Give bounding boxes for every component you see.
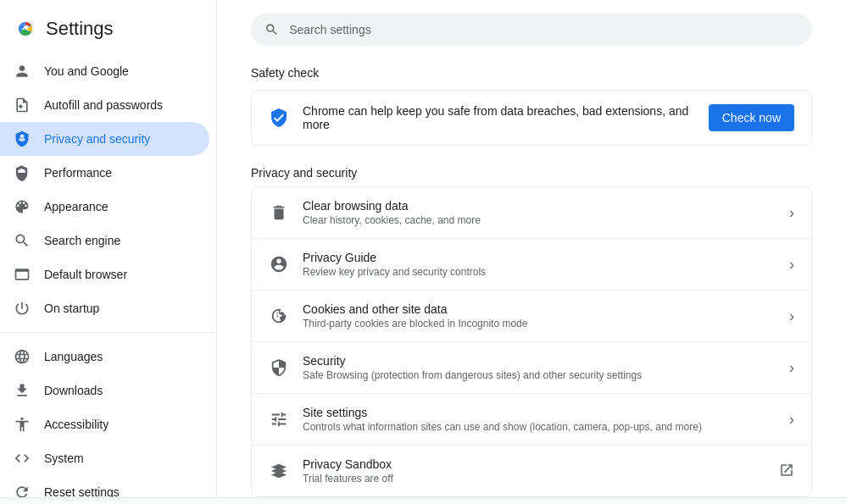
sidebar-item-default-browser[interactable]: Default browser [0, 258, 209, 291]
sidebar-item-label: Accessibility [44, 418, 109, 431]
sidebar-item-downloads[interactable]: Downloads [0, 374, 209, 407]
sidebar-item-performance[interactable]: Performance [0, 156, 209, 190]
chevron-right-icon: › [789, 204, 794, 222]
main-content: Safety check Chrome can help keep you sa… [217, 0, 846, 497]
sidebar-item-label: You and Google [44, 64, 129, 78]
site-settings-title: Site settings [303, 406, 776, 419]
sidebar-item-accessibility[interactable]: Accessibility [0, 407, 209, 441]
globe-icon [14, 348, 31, 365]
sidebar-item-reset[interactable]: Reset settings [0, 475, 209, 497]
chevron-right-icon: › [789, 256, 794, 274]
cookies-title: Cookies and other site data [303, 302, 776, 316]
cookies-item[interactable]: Cookies and other site data Third-party … [252, 291, 811, 342]
check-now-button[interactable]: Check now [709, 104, 794, 131]
privacy-guide-item[interactable]: Privacy Guide Review key privacy and sec… [252, 239, 811, 291]
site-settings-item[interactable]: Site settings Controls what information … [252, 394, 811, 446]
app-title: Settings [46, 18, 114, 40]
sidebar-item-system[interactable]: System [0, 441, 209, 475]
safety-shield-icon [269, 108, 289, 128]
privacy-guide-icon [269, 254, 289, 274]
sidebar-item-label: System [44, 451, 84, 465]
accessibility-icon [14, 416, 31, 433]
privacy-settings-card: Clear browsing data Clear history, cooki… [251, 186, 812, 497]
sidebar-header: Settings [0, 7, 216, 54]
search-bar[interactable] [251, 14, 812, 46]
cookies-text: Cookies and other site data Third-party … [303, 302, 776, 330]
sidebar-item-label: Reset settings [44, 485, 120, 497]
privacy-guide-title: Privacy Guide [303, 251, 776, 264]
system-icon [14, 450, 31, 467]
sidebar-item-on-startup[interactable]: On startup [0, 291, 209, 325]
chevron-right-icon: › [789, 411, 794, 429]
privacy-section-heading: Privacy and security [251, 166, 812, 180]
sidebar-item-label: Privacy and security [44, 132, 150, 146]
chevron-right-icon: › [789, 307, 794, 325]
footer-bar [0, 497, 846, 504]
sidebar-item-autofill[interactable]: Autofill and passwords [0, 88, 209, 122]
sidebar-item-search-engine[interactable]: Search engine [0, 224, 209, 258]
security-desc: Safe Browsing (protection from dangerous… [303, 369, 776, 381]
chevron-right-icon: › [789, 359, 794, 377]
security-item[interactable]: Security Safe Browsing (protection from … [252, 342, 811, 394]
chrome-logo-icon [14, 17, 37, 41]
security-text: Security Safe Browsing (protection from … [303, 354, 776, 381]
trash-icon [269, 202, 289, 223]
site-settings-desc: Controls what information sites can use … [303, 421, 776, 433]
performance-icon [14, 164, 31, 181]
sidebar-item-label: Search engine [44, 234, 120, 247]
reset-icon [14, 484, 31, 497]
sidebar-item-languages[interactable]: Languages [0, 340, 209, 374]
sidebar-item-privacy[interactable]: Privacy and security [0, 122, 209, 156]
privacy-sandbox-item[interactable]: Privacy Sandbox Trial features are off [252, 446, 811, 496]
sidebar-item-you-and-google[interactable]: You and Google [0, 54, 209, 88]
privacy-sandbox-desc: Trial features are off [303, 473, 765, 485]
sidebar-item-label: Default browser [44, 268, 127, 281]
clear-browsing-title: Clear browsing data [303, 199, 776, 213]
appearance-icon [14, 198, 31, 215]
search-engine-icon [14, 232, 31, 249]
search-input[interactable] [289, 23, 799, 36]
sidebar-item-appearance[interactable]: Appearance [0, 190, 209, 224]
security-icon [269, 357, 289, 378]
safety-check-card: Chrome can help keep you safe from data … [251, 90, 812, 146]
clear-browsing-text: Clear browsing data Clear history, cooki… [303, 199, 776, 226]
safety-check-heading: Safety check [251, 66, 812, 80]
privacy-sandbox-title: Privacy Sandbox [303, 457, 765, 471]
browser-icon [14, 266, 31, 283]
cookie-icon [269, 306, 289, 326]
privacy-guide-desc: Review key privacy and security controls [303, 266, 776, 278]
sidebar-item-label: Languages [44, 350, 103, 363]
privacy-guide-text: Privacy Guide Review key privacy and sec… [303, 251, 776, 278]
settings-content: Safety check Chrome can help keep you sa… [217, 59, 846, 497]
sidebar-item-label: Appearance [44, 200, 109, 213]
site-settings-text: Site settings Controls what information … [303, 406, 776, 433]
sidebar-item-label: On startup [44, 302, 99, 315]
search-bar-container [217, 0, 846, 59]
security-title: Security [303, 354, 776, 368]
privacy-sandbox-text: Privacy Sandbox Trial features are off [303, 457, 765, 485]
startup-icon [14, 300, 31, 317]
autofill-icon [14, 97, 31, 114]
shield-icon [14, 130, 31, 147]
sidebar-item-label: Performance [44, 166, 112, 180]
sidebar: Settings You and Google Autofill and pas… [0, 0, 217, 497]
cookies-desc: Third-party cookies are blocked in Incog… [303, 318, 776, 330]
download-icon [14, 382, 31, 399]
search-icon [264, 22, 279, 37]
person-icon [14, 63, 31, 80]
sidebar-item-label: Downloads [44, 384, 103, 397]
external-link-icon [779, 462, 794, 480]
clear-browsing-desc: Clear history, cookies, cache, and more [303, 214, 776, 226]
site-settings-icon [269, 409, 289, 429]
clear-browsing-data-item[interactable]: Clear browsing data Clear history, cooki… [252, 187, 811, 239]
safety-check-description: Chrome can help keep you safe from data … [303, 104, 695, 131]
nav-divider-1 [0, 332, 216, 333]
sandbox-icon [269, 461, 289, 481]
sidebar-item-label: Autofill and passwords [44, 98, 163, 112]
